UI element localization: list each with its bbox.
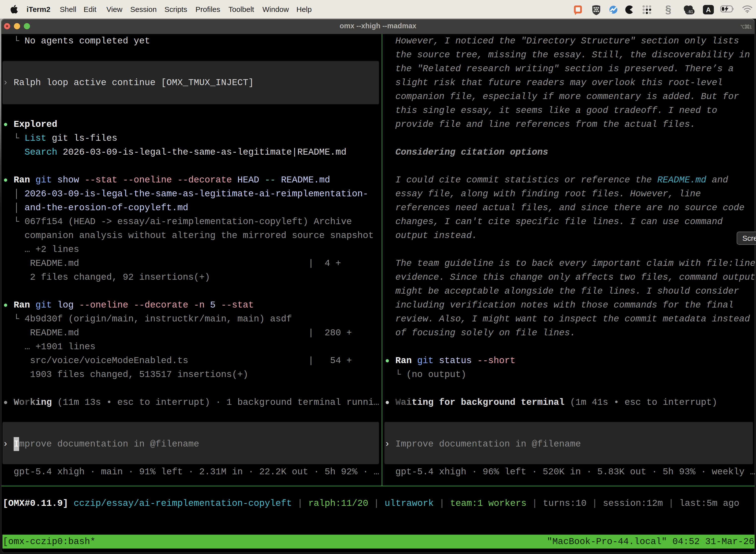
- svg-text:A: A: [706, 6, 711, 14]
- svg-text:1: 1: [749, 24, 752, 30]
- svg-text:..61: ..61: [687, 10, 693, 14]
